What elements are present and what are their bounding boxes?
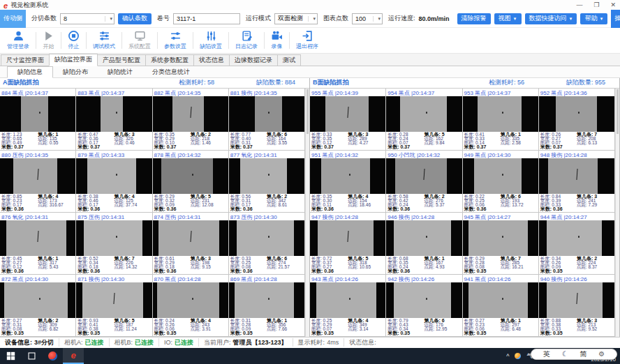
defect-cell[interactable]: 881 接伤 |20:14:35长度: 0.77宽度: 0.40面积: 0.31…	[229, 89, 305, 151]
start-button[interactable]	[0, 348, 21, 364]
defect-image[interactable]	[229, 282, 304, 318]
defect-cell[interactable]: 947 接伤 |20:14:28长度: 0.72宽度: 0.37面积: 0.27…	[310, 213, 386, 275]
gear-icon[interactable]: ⚙	[598, 350, 605, 358]
defect-cell[interactable]: 948 接伤 |20:14:28长度: 0.84宽度: 0.39面积: 0.33…	[539, 151, 615, 213]
maximize-button[interactable]: ❐	[593, 2, 599, 8]
tab-0[interactable]: 尺寸监控界面	[1, 54, 50, 66]
action-debug-button[interactable]: 调试模式	[87, 28, 121, 53]
defect-cell[interactable]: 952 黑点 |20:14:36长度: 0.26宽度: 0.27面积: 0.07…	[539, 89, 615, 151]
defect-image[interactable]	[0, 282, 75, 318]
defect-image[interactable]	[463, 158, 538, 194]
defect-image[interactable]	[463, 282, 538, 318]
defect-image[interactable]	[539, 96, 614, 132]
tab-2[interactable]: 产品型号配置	[97, 54, 146, 66]
defect-cell[interactable]: 876 氧化 |20:14:31长度: 0.45宽度: 0.27面积: 0.12…	[0, 213, 76, 275]
defect-image[interactable]	[310, 96, 385, 132]
action-play-button[interactable]: 开始	[37, 28, 60, 53]
defect-image[interactable]	[76, 158, 152, 194]
run-mode-select[interactable]: 双面检测▾	[274, 13, 318, 24]
language-cn-button[interactable]: 简	[580, 349, 586, 359]
defect-image[interactable]	[76, 96, 152, 132]
defect-image[interactable]	[153, 158, 228, 194]
action-stop-button[interactable]: 停止	[62, 28, 85, 53]
defect-cell[interactable]: 880 压伤 |20:14:35长度: 0.85宽度: 0.23面积: 0.17…	[0, 151, 76, 213]
operator-side-button[interactable]: 操作侧	[611, 10, 620, 28]
defect-cell[interactable]: 951 黑点 |20:14:32长度: 0.35宽度: 0.30面积: 0.11…	[310, 151, 386, 213]
minimize-button[interactable]: —	[576, 2, 582, 8]
defect-cell[interactable]: 955 黑点 |20:14:39长度: 0.33宽度: 0.35面积: 0.12…	[310, 89, 386, 151]
defect-image[interactable]	[76, 282, 152, 318]
defect-cell[interactable]: 873 压伤 |20:14:30长度: 0.33宽度: 0.25面积: 0.08…	[229, 213, 305, 275]
weather-icon[interactable]	[515, 353, 521, 359]
defect-image[interactable]	[229, 158, 304, 194]
subtab-3[interactable]: 分类信息统计	[142, 67, 200, 77]
defect-cell[interactable]: 874 压伤 |20:14:31长度: 0.61宽度: 0.29面积: 0.18…	[153, 213, 229, 275]
clear-alarm-button[interactable]: 清除报警	[457, 13, 491, 24]
tray-expand-caret[interactable]: ^	[506, 353, 509, 360]
defect-cell[interactable]: 875 压伤 |20:14:31长度: 0.52宽度: 0.34面积: 0.18…	[76, 213, 152, 275]
defect-image[interactable]	[153, 220, 228, 256]
defect-cell[interactable]: 946 接伤 |20:14:28长度: 0.68宽度: 0.35面积: 0.24…	[386, 213, 462, 275]
tab-6[interactable]: 测试	[277, 54, 301, 66]
action-defect-button[interactable]: 缺陷设置	[194, 28, 228, 53]
defect-image[interactable]	[386, 96, 462, 132]
defect-cell[interactable]: 883 黑点 |20:14:37长度: 0.47宽度: 0.36面积: 0.17…	[76, 89, 152, 151]
help-menu-button[interactable]: 帮助▼	[580, 13, 607, 24]
chart-points-select[interactable]: 100▾	[352, 13, 383, 24]
defect-image[interactable]	[76, 220, 152, 256]
defect-cell[interactable]: 879 黑点 |20:14:33长度: 0.38宽度: 0.46面积: 0.17…	[76, 151, 152, 213]
taskbar-inspection-app-button[interactable]: e	[63, 348, 84, 364]
defect-cell[interactable]: 878 黑点 |20:14:32长度: 0.29宽度: 0.32面积: 0.09…	[153, 151, 229, 213]
close-button[interactable]: ✕	[610, 2, 616, 8]
defect-image[interactable]	[463, 220, 538, 256]
view-menu-button[interactable]: 视图▼	[494, 13, 522, 24]
defect-image[interactable]	[153, 282, 228, 318]
defect-image[interactable]	[310, 282, 385, 318]
defect-cell[interactable]: 950 小凹坑 |20:14:32长度: 0.58宽度: 0.42面积: 0.2…	[386, 151, 462, 213]
defect-cell[interactable]: 882 黑点 |20:14:35长度: 0.35宽度: 0.29面积: 0.10…	[153, 89, 229, 151]
defect-cell[interactable]: 884 黑点 |20:14:37长度: 1.23宽度: 0.65面积: 0.49…	[0, 89, 76, 151]
defect-cell[interactable]: 944 黑点 |20:14:27长度: 0.34宽度: 0.26面积: 0.09…	[539, 213, 615, 275]
panel-a-scrollbar[interactable]	[305, 89, 309, 337]
action-monitor-button[interactable]: 系统配置	[123, 28, 156, 53]
defect-cell[interactable]: 941 黑点 |20:14:26长度: 0.27宽度: 0.23面积: 0.06…	[463, 275, 539, 337]
tab-5[interactable]: 边缘数据记录	[229, 54, 278, 66]
defect-cell[interactable]: 869 黑点 |20:14:28长度: 0.31宽度: 0.28面积: 0.09…	[229, 275, 305, 337]
defect-cell[interactable]: 940 接伤 |20:14:26长度: 0.88宽度: 0.38面积: 0.33…	[539, 275, 615, 337]
defect-image[interactable]	[0, 158, 75, 194]
subtab-1[interactable]: 缺陷分布	[53, 67, 98, 77]
defect-cell[interactable]: 872 黑点 |20:14:30长度: 0.27宽度: 0.31面积: 0.08…	[0, 275, 76, 337]
data-quick-access-button[interactable]: 数据快捷访问▼	[525, 13, 577, 24]
defect-image[interactable]	[153, 96, 228, 132]
defect-cell[interactable]: 945 黑点 |20:14:27长度: 0.29宽度: 0.28面积: 0.08…	[463, 213, 539, 275]
defect-image[interactable]	[386, 282, 462, 318]
defect-image[interactable]	[310, 158, 385, 194]
taskbar-browser-button[interactable]	[42, 348, 63, 364]
defect-image[interactable]	[386, 220, 462, 256]
defect-cell[interactable]: 943 黑点 |20:14:26长度: 0.25宽度: 0.29面积: 0.07…	[310, 275, 386, 337]
panel-b-scrollbar[interactable]	[615, 89, 619, 337]
defect-cell[interactable]: 954 黑点 |20:14:37长度: 0.28宽度: 0.24面积: 0.07…	[386, 89, 462, 151]
defect-image[interactable]	[0, 220, 75, 256]
tab-1[interactable]: 缺陷监控界面	[49, 54, 98, 66]
defect-cell[interactable]: 871 接伤 |20:14:30长度: 0.93宽度: 0.41面积: 0.38…	[76, 275, 152, 337]
action-log-button[interactable]: 日志记录	[230, 28, 263, 53]
defect-image[interactable]	[229, 220, 304, 256]
defect-image[interactable]	[386, 158, 462, 194]
defect-image[interactable]	[310, 220, 385, 256]
defect-image[interactable]	[539, 158, 614, 194]
defect-cell[interactable]: 942 接伤 |20:14:26长度: 0.79宽度: 0.43面积: 0.34…	[386, 275, 462, 337]
subtab-0[interactable]: 缺陷信息	[7, 66, 53, 78]
confirm-strips-button[interactable]: 确认条数	[118, 13, 152, 24]
roll-number-input[interactable]: 3117-1	[173, 13, 240, 24]
action-person-button[interactable]: 管理登录	[1, 28, 35, 53]
tab-4[interactable]: 状态信息	[193, 54, 230, 66]
drive-side-button[interactable]: 传动侧	[0, 10, 26, 28]
action-params-button[interactable]: 参数设置	[158, 28, 192, 53]
defect-image[interactable]	[539, 220, 614, 256]
defect-cell[interactable]: 953 黑点 |20:14:37长度: 0.41宽度: 0.33面积: 0.14…	[463, 89, 539, 151]
tab-3[interactable]: 系统参数配置	[145, 54, 194, 66]
defect-image[interactable]	[539, 282, 614, 318]
defect-image[interactable]	[463, 96, 538, 132]
defect-cell[interactable]: 870 黑点 |20:14:28长度: 0.24宽度: 0.26面积: 0.06…	[153, 275, 229, 337]
